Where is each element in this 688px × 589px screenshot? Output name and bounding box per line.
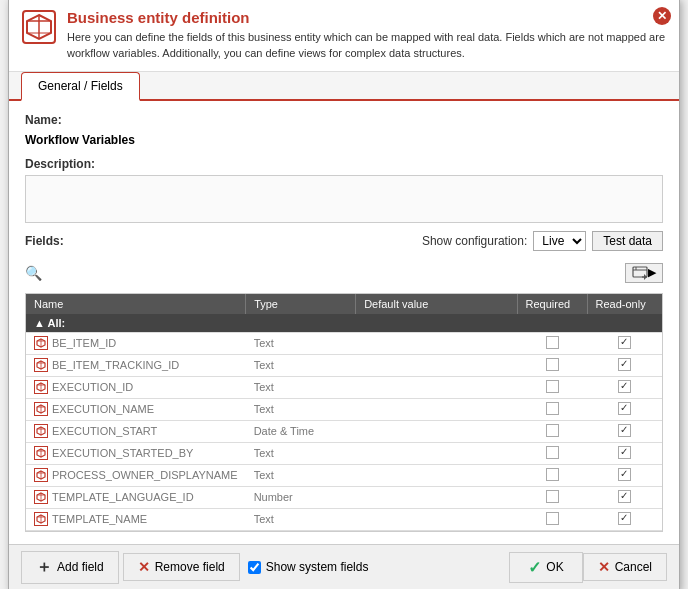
search-icon[interactable]: 🔍 (25, 265, 42, 281)
dialog-body: Name: Workflow Variables Description: Fi… (9, 101, 679, 544)
table-row[interactable]: TEMPLATE_NAMEText (26, 508, 662, 530)
cell-default (356, 332, 517, 354)
group-label: ▲ All: (26, 314, 662, 333)
cell-required[interactable] (517, 508, 587, 530)
checkmark-icon: ✓ (528, 558, 541, 577)
table-row[interactable]: EXECUTION_IDText (26, 376, 662, 398)
entity-icon (34, 424, 48, 438)
cell-name: TEMPLATE_LANGUAGE_ID (26, 486, 246, 508)
cell-readonly[interactable] (587, 508, 662, 530)
cell-default (356, 508, 517, 530)
table-row[interactable]: TEMPLATE_LANGUAGE_IDNumber (26, 486, 662, 508)
cell-name: PROCESS_OWNER_DISPLAYNAME (26, 464, 246, 486)
cell-default (356, 376, 517, 398)
table-row[interactable]: EXECUTION_NAMEText (26, 398, 662, 420)
dialog-title: Business entity definition (67, 9, 667, 26)
required-checkbox[interactable] (546, 512, 559, 525)
tabs-bar: General / Fields (9, 72, 679, 101)
table-row[interactable]: PROCESS_OWNER_DISPLAYNAMEText (26, 464, 662, 486)
cell-name: EXECUTION_START (26, 420, 246, 442)
cell-default (356, 464, 517, 486)
add-field-label: Add field (57, 560, 104, 574)
required-checkbox[interactable] (546, 468, 559, 481)
fields-header: Fields: Show configuration: Live Test Te… (25, 231, 663, 251)
close-button[interactable]: ✕ (653, 7, 671, 25)
show-system-fields-checkbox[interactable] (248, 561, 261, 574)
required-checkbox[interactable] (546, 446, 559, 459)
cell-type: Text (246, 508, 356, 530)
readonly-checkbox[interactable] (618, 468, 631, 481)
cell-readonly[interactable] (587, 332, 662, 354)
remove-field-button[interactable]: ✕ Remove field (123, 553, 240, 581)
cell-required[interactable] (517, 354, 587, 376)
export-icon (632, 266, 648, 280)
cell-required[interactable] (517, 442, 587, 464)
cell-name: EXECUTION_ID (26, 376, 246, 398)
group-header-all: ▲ All: (26, 314, 662, 333)
required-checkbox[interactable] (546, 402, 559, 415)
required-checkbox[interactable] (546, 490, 559, 503)
cell-default (356, 420, 517, 442)
ok-button[interactable]: ✓ OK (509, 552, 582, 583)
cell-type: Text (246, 376, 356, 398)
table-row[interactable]: BE_ITEM_IDText (26, 332, 662, 354)
cell-readonly[interactable] (587, 420, 662, 442)
required-checkbox[interactable] (546, 358, 559, 371)
readonly-checkbox[interactable] (618, 380, 631, 393)
tab-general-fields[interactable]: General / Fields (21, 72, 140, 101)
readonly-checkbox[interactable] (618, 358, 631, 371)
show-config-select[interactable]: Live Test (533, 231, 586, 251)
readonly-checkbox[interactable] (618, 512, 631, 525)
table-row[interactable]: EXECUTION_STARTDate & Time (26, 420, 662, 442)
required-checkbox[interactable] (546, 336, 559, 349)
cell-type: Date & Time (246, 420, 356, 442)
cancel-button[interactable]: ✕ Cancel (583, 553, 667, 581)
cell-readonly[interactable] (587, 354, 662, 376)
cell-required[interactable] (517, 464, 587, 486)
col-header-required: Required (517, 294, 587, 314)
readonly-checkbox[interactable] (618, 402, 631, 415)
remove-field-label: Remove field (155, 560, 225, 574)
show-system-fields-label: Show system fields (266, 560, 369, 574)
col-header-type: Type (246, 294, 356, 314)
cell-name: EXECUTION_STARTED_BY (26, 442, 246, 464)
readonly-checkbox[interactable] (618, 446, 631, 459)
description-section: Description: (25, 157, 663, 223)
table-row[interactable]: EXECUTION_STARTED_BYText (26, 442, 662, 464)
close-icon: ✕ (653, 7, 671, 25)
required-checkbox[interactable] (546, 380, 559, 393)
x-icon: ✕ (138, 559, 150, 575)
dialog-header-icon (21, 9, 57, 45)
cell-type: Text (246, 464, 356, 486)
cell-name: BE_ITEM_ID (26, 332, 246, 354)
cell-readonly[interactable] (587, 376, 662, 398)
add-field-button[interactable]: ＋ Add field (21, 551, 119, 584)
entity-icon (34, 402, 48, 416)
dialog-header-text: Business entity definition Here you can … (67, 9, 667, 61)
cell-readonly[interactable] (587, 398, 662, 420)
cell-type: Number (246, 486, 356, 508)
ok-label: OK (546, 560, 563, 574)
cell-readonly[interactable] (587, 464, 662, 486)
cell-required[interactable] (517, 486, 587, 508)
description-label: Description: (25, 157, 663, 171)
readonly-checkbox[interactable] (618, 490, 631, 503)
business-entity-dialog: Business entity definition Here you can … (8, 0, 680, 589)
readonly-checkbox[interactable] (618, 336, 631, 349)
cell-readonly[interactable] (587, 486, 662, 508)
name-value: Workflow Variables (25, 131, 663, 149)
cell-required[interactable] (517, 398, 587, 420)
cell-required[interactable] (517, 420, 587, 442)
cell-required[interactable] (517, 376, 587, 398)
description-input[interactable] (25, 175, 663, 223)
name-section: Name: Workflow Variables (25, 113, 663, 149)
cell-readonly[interactable] (587, 442, 662, 464)
cell-required[interactable] (517, 332, 587, 354)
cell-name: EXECUTION_NAME (26, 398, 246, 420)
table-row[interactable]: BE_ITEM_TRACKING_IDText (26, 354, 662, 376)
cell-type: Text (246, 398, 356, 420)
test-data-button[interactable]: Test data (592, 231, 663, 251)
readonly-checkbox[interactable] (618, 424, 631, 437)
required-checkbox[interactable] (546, 424, 559, 437)
export-button[interactable]: ▶ (625, 263, 663, 283)
